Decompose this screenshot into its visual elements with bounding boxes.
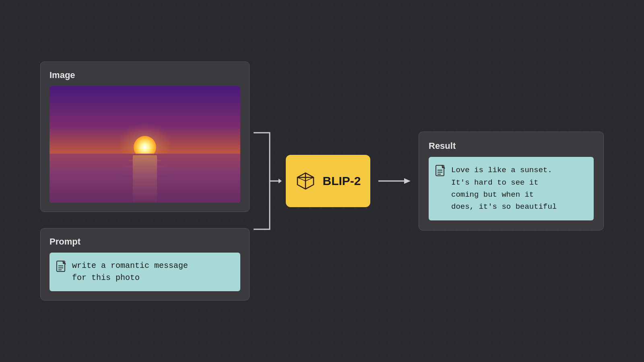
prompt-line2: for this photo [72,272,188,284]
main-layout: Image [0,0,644,362]
svg-line-20 [305,177,314,181]
right-arrow-connector [374,173,415,189]
doc-icon [56,261,67,274]
result-content-box: Love is like a sunset. It's hard to see … [429,157,594,220]
bracket-arrow-svg [250,101,282,261]
svg-rect-10 [50,154,240,203]
box-3d-icon [295,171,316,191]
result-line4: does, it's so beautiful [451,201,557,213]
prompt-card: Prompt write a romantic message for this… [40,228,250,300]
image-card-title: Image [50,70,240,80]
right-arrow-svg [378,173,411,189]
blip-box: BLIP-2 [286,155,370,207]
left-column: Image [40,62,250,300]
result-card-title: Result [429,141,594,151]
result-line2: It's hard to see it [451,177,557,189]
prompt-card-title: Prompt [50,237,240,247]
prompt-line1: write a romantic message [72,260,188,272]
svg-marker-23 [404,178,411,184]
result-line3: coming but when it [451,189,557,201]
svg-line-21 [297,177,305,181]
result-line1: Love is like a sunset. [451,164,557,176]
result-text: Love is like a sunset. It's hard to see … [451,164,557,213]
left-bracket-connector [250,101,282,261]
result-doc-icon [435,165,446,178]
svg-marker-16 [279,179,282,183]
prompt-content-box: write a romantic message for this photo [50,253,240,291]
result-card: Result Love is like a sunset. It's hard … [419,132,604,230]
image-card: Image [40,62,250,212]
blip-label: BLIP-2 [322,174,361,188]
sunset-image [50,86,240,203]
prompt-text: write a romantic message for this photo [72,260,188,284]
